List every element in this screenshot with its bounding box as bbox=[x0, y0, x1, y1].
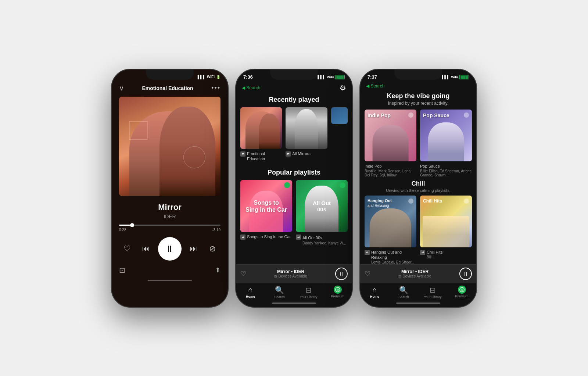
notch-2 bbox=[270, 69, 318, 80]
player-header: ∨ Emotional Education ••• bbox=[112, 83, 228, 95]
more-options-icon[interactable]: ••• bbox=[211, 84, 220, 92]
heart-button[interactable]: ♡ bbox=[121, 242, 134, 255]
popsauce-figure bbox=[428, 122, 464, 161]
art-figure-2 bbox=[259, 114, 280, 149]
phone-3-screen: 7:37 ▌▌▌ WiFi ▓▓▓ ◀ Search Keep the vibe… bbox=[360, 69, 476, 307]
share-icon[interactable]: ⬆ bbox=[215, 266, 220, 274]
list-item[interactable]: ⇄ All Mirrors bbox=[286, 107, 327, 162]
tab-search-label-2: Search bbox=[274, 295, 285, 299]
songs-car-thumb: Songs toSing in the Car bbox=[240, 180, 292, 232]
chevron-down-icon[interactable]: ∨ bbox=[119, 84, 124, 92]
skip-back-button[interactable]: ⏮ bbox=[139, 242, 153, 255]
allout-label: ⇄ All Out 00s Daddy Yankee, Kanye W... bbox=[296, 234, 348, 245]
remaining-time: -3:10 bbox=[212, 228, 220, 232]
notch-3 bbox=[394, 69, 442, 80]
indiepop-art: Indie Pop bbox=[365, 110, 416, 161]
chillhits-overlay: Chill Hits bbox=[423, 198, 442, 204]
shuffle-icon-5: ⇄ bbox=[365, 250, 370, 255]
tab-library-label-3: Your Library bbox=[424, 295, 441, 299]
spotify-premium-icon bbox=[334, 286, 342, 294]
indiepop-info: Indie Pop Bastille, Mark Ronson, Lana De… bbox=[365, 164, 416, 177]
shuffle-icon-6: ⇄ bbox=[420, 250, 425, 255]
np-title-3: Mirror • IDER bbox=[373, 269, 456, 274]
tab-library-3[interactable]: ⊟ Your Library bbox=[418, 286, 447, 299]
np-heart-icon[interactable]: ♡ bbox=[240, 270, 246, 278]
np-device-2: ⊡ Devices Available bbox=[249, 274, 332, 278]
home-indicator-2[interactable] bbox=[272, 302, 316, 304]
tab-search-2[interactable]: 🔍 Search bbox=[265, 286, 294, 299]
mirrors-art-bg bbox=[286, 107, 327, 149]
popular-playlists-title: Popular playlists bbox=[240, 167, 348, 180]
library-icon: ⊟ bbox=[305, 286, 312, 294]
shuffle-icon-4: ⇄ bbox=[296, 234, 301, 240]
progress-bar[interactable]: 0:28 -3:10 bbox=[112, 222, 228, 235]
home-indicator-1[interactable] bbox=[148, 280, 192, 281]
list-item[interactable]: Indie Pop Indie Pop Bastille, Mark Ronso… bbox=[365, 110, 416, 177]
all-mirrors-thumb bbox=[286, 107, 327, 149]
indiepop-figure bbox=[372, 125, 409, 161]
progress-times: 0:28 -3:10 bbox=[119, 228, 220, 232]
circle-decoration bbox=[183, 146, 205, 168]
np-info-2: Mirror • IDER ⊡ Devices Available bbox=[249, 269, 332, 278]
track-info: Mirror IDER bbox=[112, 197, 228, 222]
signal-icon-2: ▌▌▌ bbox=[318, 75, 325, 79]
player-album-title: Emotional Education bbox=[142, 85, 193, 91]
back-search-button-3[interactable]: ◀ Search bbox=[366, 83, 384, 89]
mirror-figure bbox=[295, 109, 318, 149]
list-item[interactable]: Songs toSing in the Car ⇄ Songs to Sing … bbox=[240, 180, 292, 245]
block-button[interactable]: ⊘ bbox=[206, 242, 219, 255]
devices-icon[interactable]: ⊡ bbox=[119, 266, 125, 275]
list-item bbox=[331, 107, 348, 162]
tab-home-2[interactable]: ⌂ Home bbox=[236, 286, 265, 299]
spotify-premium-icon-3 bbox=[458, 286, 466, 294]
partial-thumb bbox=[331, 107, 348, 124]
popsauce-dot bbox=[464, 112, 469, 118]
np-pause-button-3[interactable]: ⏸ bbox=[459, 268, 472, 280]
home-icon-3: ⌂ bbox=[372, 286, 377, 294]
tab-library-2[interactable]: ⊟ Your Library bbox=[294, 286, 323, 299]
hangingout-dot bbox=[408, 198, 413, 204]
np-heart-icon-3[interactable]: ♡ bbox=[365, 270, 370, 278]
play-pause-button[interactable]: ⏸ bbox=[158, 237, 182, 261]
home-indicator-3[interactable] bbox=[396, 302, 440, 304]
back-search-button[interactable]: ◀ Search bbox=[242, 85, 260, 90]
mirrors-name: All Mirrors bbox=[292, 151, 311, 156]
chillhits-art: Chill Hits bbox=[420, 196, 472, 247]
list-item[interactable]: Hanging Outand Relaxing ⇄ Hanging Out an… bbox=[365, 196, 416, 264]
list-item[interactable]: Pop Sauce Pop Sauce Billie Eilish, Ed Sh… bbox=[420, 110, 472, 177]
list-item[interactable]: ⇄ Emotional Education bbox=[240, 107, 282, 162]
popsauce-thumb: Pop Sauce bbox=[420, 110, 472, 161]
tab-search-3[interactable]: 🔍 Search bbox=[389, 286, 418, 299]
status-time-2: 7:36 bbox=[243, 74, 253, 80]
phone-3: 7:37 ▌▌▌ WiFi ▓▓▓ ◀ Search Keep the vibe… bbox=[359, 69, 477, 308]
square-decoration bbox=[129, 121, 148, 140]
indiepop-label-overlay: Indie Pop bbox=[368, 112, 391, 118]
popsauce-name: Pop Sauce bbox=[420, 164, 472, 169]
emotional-art-bg bbox=[240, 107, 282, 149]
list-item[interactable]: Chill Hits ⇄ Chill Hits Bill... bbox=[420, 196, 472, 264]
hangingout-name: Hanging Out and Relaxing bbox=[371, 250, 416, 260]
library-icon-3: ⊟ bbox=[430, 286, 436, 294]
tab-premium-3[interactable]: Premium bbox=[447, 286, 476, 299]
tab-premium-2[interactable]: Premium bbox=[323, 286, 352, 299]
indiepop-bg: Indie Pop bbox=[365, 110, 416, 161]
chillhits-info: Chill Hits Bill... bbox=[427, 250, 442, 259]
tab-home-3[interactable]: ⌂ Home bbox=[360, 286, 389, 299]
devices-small-icon-3: ⊡ bbox=[398, 275, 401, 278]
list-item[interactable]: All Out00s ⇄ All Out 00s Daddy Yankee, K… bbox=[296, 180, 348, 245]
songs-car-overlay-text: Songs toSing in the Car bbox=[243, 199, 290, 213]
tab-library-label-2: Your Library bbox=[300, 295, 317, 299]
settings-gear-icon[interactable]: ⚙ bbox=[340, 83, 346, 92]
home-icon: ⌂ bbox=[248, 286, 252, 294]
track-artist: IDER bbox=[119, 214, 220, 219]
hangingout-overlay: Hanging Outand Relaxing bbox=[368, 198, 392, 208]
popsauce-sub: Billie Eilish, Ed Sheeran, Ariana Grande… bbox=[420, 169, 472, 177]
chill-title: Chill bbox=[365, 180, 472, 187]
popsauce-label-overlay: Pop Sauce bbox=[423, 112, 449, 118]
songs-car-dot bbox=[284, 182, 290, 188]
np-pause-button[interactable]: ⏸ bbox=[335, 268, 348, 280]
partial-art-bg bbox=[331, 107, 348, 124]
chillhits-bg: Chill Hits bbox=[420, 196, 472, 247]
scroll-content-3: Keep the vibe going Inspired by your rec… bbox=[360, 91, 476, 264]
skip-forward-button[interactable]: ⏭ bbox=[187, 242, 200, 255]
